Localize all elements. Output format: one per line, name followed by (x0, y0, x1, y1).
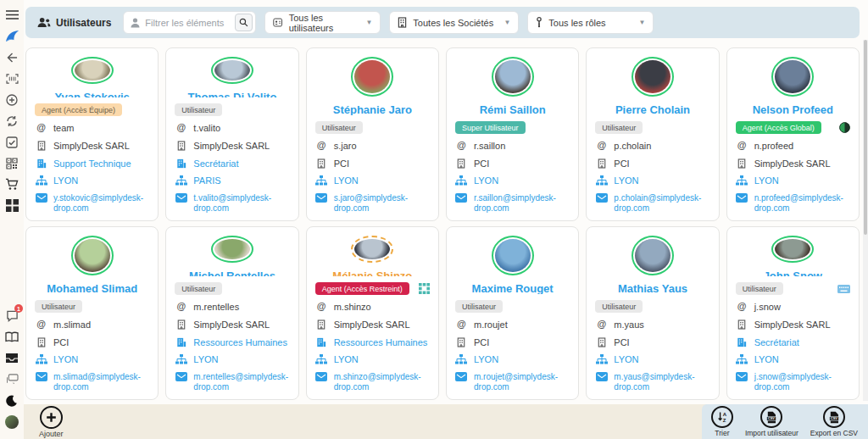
email-row[interactable]: p.cholain@simplydesk-drop.com (595, 186, 709, 213)
location: LYON (193, 354, 218, 365)
envelope-icon (315, 372, 328, 381)
company: PCI (614, 158, 629, 169)
company: PCI (53, 337, 69, 348)
at-icon: @ (736, 141, 748, 150)
location-row[interactable]: LYON (175, 354, 289, 365)
username: t.valito (193, 123, 220, 134)
department-row[interactable]: Support Technique (35, 158, 149, 169)
company-row: PCI (595, 158, 709, 169)
import-user-button[interactable]: CSV Import utilisateur (745, 406, 798, 437)
email: t.valito@simplydesk-drop.com (193, 193, 289, 213)
keyboard-icon (837, 285, 850, 293)
email-row[interactable]: m.yaus@simplydesk-drop.com (595, 365, 709, 392)
user-card[interactable]: Nelson Profeed Agent (Accès Global) @ n.… (726, 47, 860, 221)
user-card[interactable]: Pierre Cholain Utilisateur @ p.cholain P… (586, 47, 719, 221)
filter-input[interactable] (145, 18, 230, 28)
location-row[interactable]: PARIS (175, 175, 289, 186)
location-row[interactable]: LYON (736, 354, 850, 365)
comments-icon[interactable] (3, 370, 21, 388)
user-card[interactable]: Maxime Rouget Utilisateur @ m.roujet PCI… (446, 226, 579, 400)
location: LYON (474, 175, 498, 186)
user-card[interactable]: Mathias Yaus Utilisateur @ m.yaus PCI LY… (586, 226, 719, 400)
notification-badge: 1 (14, 304, 23, 313)
globe-icon (839, 122, 850, 133)
back-arrow-icon[interactable] (3, 48, 21, 66)
add-circle-icon[interactable] (3, 91, 21, 108)
username: s.jaro (334, 141, 357, 152)
chevron-down-icon: ▼ (638, 19, 645, 26)
department-row[interactable]: Ressources Humaines (175, 337, 289, 348)
user-card[interactable]: Thomas Di Valito Utilisateur @ t.valito … (165, 47, 298, 221)
user-name: Michel Rentelles (175, 270, 289, 277)
inbox-icon[interactable] (3, 349, 21, 367)
sync-icon[interactable] (3, 112, 21, 130)
location-row[interactable]: LYON (595, 175, 709, 186)
email-row[interactable]: n.profeed@simplydesk-drop.com (736, 186, 850, 213)
task-check-icon[interactable] (3, 133, 21, 151)
profile-avatar[interactable] (3, 413, 21, 431)
badge-row: Utilisateur (175, 103, 289, 116)
company: PCI (334, 158, 349, 169)
location-row[interactable]: LYON (315, 175, 430, 186)
sort-button[interactable]: AZ Trier (711, 406, 733, 437)
search-button[interactable] (235, 14, 253, 31)
location-row[interactable]: LYON (595, 354, 709, 365)
export-csv-button[interactable]: CSV Export en CSV (810, 406, 858, 437)
roles-filter-select[interactable]: Tous les rôles ▼ (527, 11, 654, 34)
add-user-button[interactable] (40, 406, 63, 429)
email-row[interactable]: m.shinzo@simplydesk-drop.com (315, 365, 430, 392)
companies-filter-select[interactable]: Toutes les Sociétés ▼ (389, 11, 519, 34)
email-row[interactable]: m.slimad@simplydesk-drop.com (35, 365, 149, 392)
book-icon[interactable] (3, 328, 21, 346)
location-row[interactable]: LYON (736, 175, 850, 186)
location-row[interactable]: LYON (455, 175, 570, 186)
apps-grid-icon[interactable] (3, 197, 21, 214)
user-card[interactable]: Michel Rentelles Utilisateur @ m.rentell… (165, 226, 298, 400)
department-icon (175, 337, 187, 347)
email-row[interactable]: t.valito@simplydesk-drop.com (175, 186, 289, 213)
user-name: Mathias Yaus (595, 282, 709, 294)
location-row[interactable]: LYON (455, 354, 570, 365)
location-row[interactable]: LYON (315, 354, 430, 365)
qr-code-icon[interactable] (3, 154, 21, 172)
user-card[interactable]: Mohamed Slimad Utilisateur @ m.slimad PC… (25, 226, 159, 400)
role-badge: Utilisateur (455, 300, 503, 313)
username: m.roujet (474, 320, 508, 331)
sitemap-icon (315, 354, 328, 364)
location: LYON (614, 175, 638, 186)
location-row[interactable]: LYON (35, 354, 149, 365)
users-filter-select[interactable]: Tous les utilisateurs ▼ (264, 11, 381, 34)
email-row[interactable]: y.stokovic@simplydesk-drop.com (35, 186, 149, 213)
scan-icon[interactable] (3, 69, 21, 87)
location-row[interactable]: LYON (35, 175, 149, 186)
cart-icon[interactable] (3, 175, 21, 193)
scrollbar[interactable] (863, 40, 868, 401)
company-icon (35, 337, 47, 347)
user-card[interactable]: Yvan Stokovic Agent (Accès Équipe) @ tea… (25, 47, 159, 221)
envelope-icon (455, 372, 468, 381)
department-row[interactable]: Secrétariat (736, 337, 850, 348)
user-card[interactable]: Rémi Saillon Super Utilisateur @ r.saill… (446, 47, 579, 221)
username-row: @ m.shinzo (315, 302, 430, 313)
page-title-group: Utilisateurs (34, 17, 114, 29)
company: SimplyDesk SARL (754, 158, 831, 169)
email-row[interactable]: r.saillon@simplydesk-drop.com (455, 186, 570, 213)
chat-notification-icon[interactable]: 1 (3, 307, 21, 325)
department-row[interactable]: Secrétariat (175, 158, 289, 169)
company-icon (736, 320, 748, 330)
user-card[interactable]: John Snow Utilisateur @ j.snow SimplyDes… (726, 226, 860, 400)
scrollbar-thumb[interactable] (864, 40, 867, 235)
user-card[interactable]: Mélanie Shinzo Agent (Accès Restreint) @… (306, 226, 439, 400)
email-row[interactable]: j.snow@simplydesk-drop.com (736, 365, 850, 392)
email-row[interactable]: s.jaro@simplydesk-drop.com (315, 186, 430, 213)
dark-mode-icon[interactable] (3, 392, 21, 409)
app-window: 1 Utilisateurs Tous les utilisateurs ▼ T… (0, 0, 868, 439)
hamburger-menu-icon[interactable] (3, 6, 21, 24)
add-user-label: Ajouter (39, 430, 64, 438)
user-card[interactable]: Stéphanie Jaro Utilisateur @ s.jaro PCI … (306, 47, 439, 221)
department-row[interactable]: Ressources Humaines (315, 337, 430, 348)
badge-row: Utilisateur (35, 300, 149, 313)
email-row[interactable]: m.rentelles@simplydesk-drop.com (175, 365, 289, 392)
company-row: PCI (35, 337, 149, 348)
email-row[interactable]: m.roujet@simplydesk-drop.com (455, 365, 570, 392)
